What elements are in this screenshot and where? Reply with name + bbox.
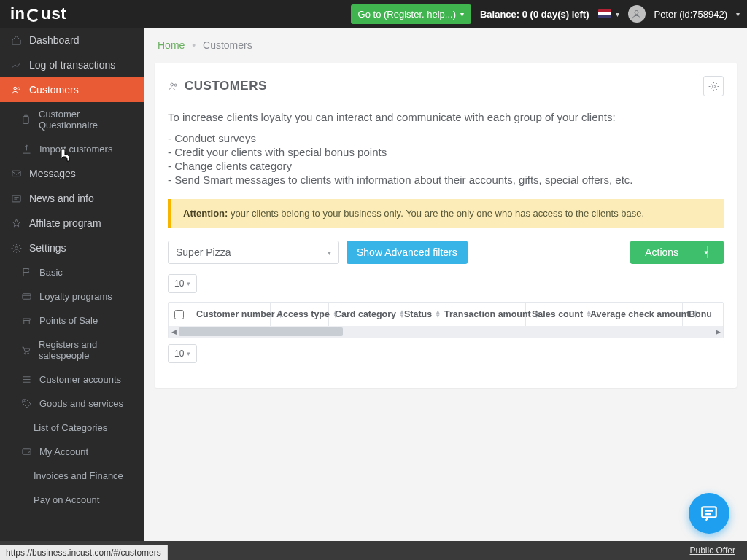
table-header-row: Customer number▲▼ Access type▲▼ Card cat… xyxy=(169,303,723,326)
svg-point-12 xyxy=(28,451,29,453)
col-card-category[interactable]: Card category▲▼ xyxy=(329,303,398,326)
sidebar-item-points-of-sale[interactable]: Points of Sale xyxy=(0,308,144,332)
svg-point-6 xyxy=(15,246,18,249)
sidebar-item-customers[interactable]: Customers xyxy=(0,77,144,102)
chat-icon xyxy=(700,504,719,523)
tag-icon xyxy=(20,398,32,409)
brand-logo: inust xyxy=(0,4,144,23)
intro-bullets: - Conduct surveys - Credit your clients … xyxy=(168,132,724,186)
upload-icon xyxy=(20,144,32,155)
goto-button[interactable]: Go to (Register. help...) ▾ xyxy=(351,4,471,24)
customers-panel: CUSTOMERS To increase clients loyalty yo… xyxy=(155,63,737,388)
col-sales-count[interactable]: Sales count▲▼ xyxy=(526,303,584,326)
svg-point-10 xyxy=(23,401,24,402)
sidebar-item-import-customers[interactable]: Import customers xyxy=(0,137,144,161)
svg-rect-3 xyxy=(23,116,29,123)
page-size-select-top[interactable]: 10 ▾ xyxy=(168,274,197,293)
scroll-left-icon[interactable]: ◀ xyxy=(169,328,179,335)
scroll-thumb[interactable] xyxy=(179,327,343,336)
chat-fab-button[interactable] xyxy=(689,493,729,534)
svg-point-15 xyxy=(712,85,715,88)
sidebar-item-basic[interactable]: Basic xyxy=(0,260,144,284)
topbar: inust Go to (Register. help...) ▾ Balanc… xyxy=(0,0,747,28)
scroll-track[interactable] xyxy=(179,327,713,336)
page-size-select-bottom[interactable]: 10 ▾ xyxy=(168,344,197,363)
username[interactable]: Peter (id:758942) xyxy=(654,9,727,20)
svg-rect-7 xyxy=(22,294,30,300)
actions-button[interactable]: Actions ▼ xyxy=(630,241,724,264)
breadcrumb-home[interactable]: Home xyxy=(158,39,185,51)
browser-status-bar: https://business.incust.com/#/customers xyxy=(0,545,168,560)
attention-alert: Attention: your clients belong to your b… xyxy=(168,199,724,228)
sidebar-item-customer-questionnaire[interactable]: Customer Questionnaire xyxy=(0,102,144,137)
chevron-down-icon[interactable]: ▾ xyxy=(736,10,740,18)
svg-point-1 xyxy=(13,87,16,90)
col-status[interactable]: Status▲▼ xyxy=(398,303,438,326)
users-icon xyxy=(10,85,22,96)
sidebar-item-customer-accounts[interactable]: Customer accounts xyxy=(0,368,144,392)
col-avg-check-amount[interactable]: Average check amount▲▼ xyxy=(584,303,683,326)
svg-point-9 xyxy=(28,352,29,354)
store-icon xyxy=(20,315,32,326)
show-advanced-filters-button[interactable]: Show Advanced filters xyxy=(347,241,468,264)
logo-c-icon xyxy=(27,9,40,22)
breadcrumb-current: Customers xyxy=(203,39,252,51)
sidebar-item-goods-services[interactable]: Goods and services xyxy=(0,392,144,416)
intro-text: To increase clients loyalty you can inte… xyxy=(168,111,724,123)
sidebar-item-list-categories[interactable]: List of Categories xyxy=(0,416,144,440)
sidebar-item-my-account[interactable]: My Account xyxy=(0,440,144,464)
flag-icon xyxy=(20,267,32,278)
sidebar-item-log-transactions[interactable]: Log of transactions xyxy=(0,52,144,77)
sidebar-item-news-info[interactable]: News and info xyxy=(0,186,144,211)
sidebar-item-dashboard[interactable]: Dashboard xyxy=(0,28,144,52)
chevron-down-icon[interactable]: ▾ xyxy=(616,10,619,18)
sidebar-item-invoices-finance[interactable]: Invoices and Finance xyxy=(0,464,144,488)
list-icon xyxy=(20,374,32,385)
svg-point-0 xyxy=(635,10,638,14)
star-icon xyxy=(10,218,22,229)
goto-label: Go to (Register. help...) xyxy=(358,9,456,20)
col-customer-number[interactable]: Customer number▲▼ xyxy=(190,303,271,326)
svg-point-13 xyxy=(171,83,174,86)
page-title: CUSTOMERS xyxy=(168,79,267,93)
col-transaction-amount[interactable]: Transaction amount▲▼ xyxy=(438,303,526,326)
breadcrumb-separator: • xyxy=(192,39,196,51)
cart-icon xyxy=(20,345,31,356)
user-icon xyxy=(631,9,642,20)
wallet-icon xyxy=(20,446,32,457)
svg-rect-4 xyxy=(12,171,20,176)
svg-rect-16 xyxy=(702,507,716,517)
sidebar-item-settings[interactable]: Settings xyxy=(0,236,144,260)
clipboard-icon xyxy=(20,114,31,125)
business-dropdown[interactable]: Super Pizza ▾ xyxy=(168,241,339,264)
language-flag-icon[interactable] xyxy=(598,9,611,18)
sidebar-item-pay-on-account[interactable]: Pay on Account xyxy=(0,488,144,512)
sidebar-item-loyalty-programs[interactable]: Loyalty programs xyxy=(0,284,144,308)
caret-down-icon: ▼ xyxy=(703,249,709,256)
col-access-type[interactable]: Access type▲▼ xyxy=(271,303,329,326)
svg-point-2 xyxy=(18,88,20,90)
avatar[interactable] xyxy=(628,5,646,23)
scroll-right-icon[interactable]: ▶ xyxy=(713,328,723,335)
sidebar: Dashboard Log of transactions Customers … xyxy=(0,28,144,560)
panel-settings-button[interactable] xyxy=(703,76,724,96)
svg-rect-5 xyxy=(12,195,20,202)
home-icon xyxy=(10,35,22,46)
table-horizontal-scrollbar[interactable]: ◀ ▶ xyxy=(169,326,723,338)
sidebar-item-messages[interactable]: Messages xyxy=(0,161,144,186)
users-icon xyxy=(168,81,179,92)
gear-icon xyxy=(10,243,22,254)
sidebar-item-registers[interactable]: Registers and salespeople xyxy=(0,332,144,368)
chart-icon xyxy=(10,60,22,71)
sidebar-item-affiliate[interactable]: Affilate program xyxy=(0,211,144,236)
svg-point-14 xyxy=(174,84,177,86)
select-all-cell xyxy=(169,303,190,326)
public-offer-link[interactable]: Public Offer xyxy=(690,545,735,556)
select-all-checkbox[interactable] xyxy=(174,310,184,319)
col-bonus[interactable]: Bonu xyxy=(683,303,723,326)
breadcrumb: Home • Customers xyxy=(155,28,737,63)
customers-table: Customer number▲▼ Access type▲▼ Card cat… xyxy=(168,302,724,338)
chevron-down-icon: ▾ xyxy=(187,350,190,357)
chevron-down-icon: ▾ xyxy=(187,280,190,287)
chevron-down-icon: ▾ xyxy=(328,249,331,257)
